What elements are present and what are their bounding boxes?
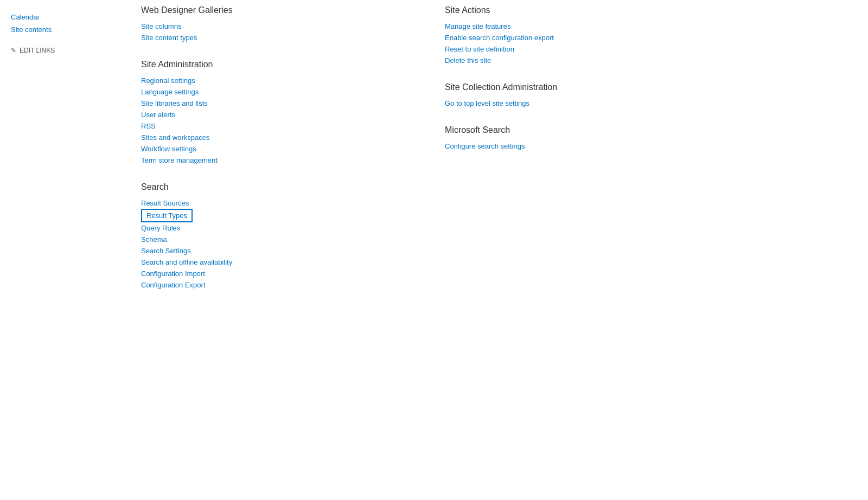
link-search-offline[interactable]: Search and offline availability <box>141 257 412 268</box>
left-column: Web Designer Galleries Site columns Site… <box>141 5 412 495</box>
link-site-libraries-lists[interactable]: Site libraries and lists <box>141 98 412 109</box>
section-search: Search Result Sources Result Types Query… <box>141 182 412 291</box>
link-user-alerts[interactable]: User alerts <box>141 109 412 120</box>
section-title-site-actions: Site Actions <box>445 5 846 15</box>
link-rss[interactable]: RSS <box>141 120 412 132</box>
link-term-store-management[interactable]: Term store management <box>141 155 412 166</box>
right-column: Site Actions Manage site features Enable… <box>445 5 846 495</box>
sidebar-item-site-contents[interactable]: Site contents <box>11 23 119 36</box>
link-result-types[interactable]: Result Types <box>141 209 193 222</box>
section-title-microsoft-search: Microsoft Search <box>445 125 846 135</box>
link-configuration-import[interactable]: Configuration Import <box>141 268 412 279</box>
section-site-collection-admin: Site Collection Administration Go to top… <box>445 82 846 109</box>
link-sites-workspaces[interactable]: Sites and workspaces <box>141 132 412 143</box>
sidebar-item-calendar[interactable]: Calendar <box>11 11 119 23</box>
link-schema[interactable]: Schema <box>141 234 412 245</box>
link-configuration-export[interactable]: Configuration Export <box>141 279 412 291</box>
edit-icon: ✎ <box>11 47 16 54</box>
section-title-web-designer: Web Designer Galleries <box>141 5 412 15</box>
link-result-sources[interactable]: Result Sources <box>141 197 412 209</box>
link-configure-search-settings[interactable]: Configure search settings <box>445 140 846 152</box>
link-regional-settings[interactable]: Regional settings <box>141 75 412 86</box>
main-content: Web Designer Galleries Site columns Site… <box>119 0 868 500</box>
section-site-actions: Site Actions Manage site features Enable… <box>445 5 846 66</box>
link-delete-site[interactable]: Delete this site <box>445 55 846 66</box>
link-site-content-types[interactable]: Site content types <box>141 32 412 43</box>
section-title-site-admin: Site Administration <box>141 60 412 69</box>
link-search-settings[interactable]: Search Settings <box>141 245 412 257</box>
link-manage-site-features[interactable]: Manage site features <box>445 21 846 32</box>
edit-links-label: EDIT LINKS <box>20 47 55 54</box>
section-microsoft-search: Microsoft Search Configure search settin… <box>445 125 846 152</box>
edit-links-button[interactable]: ✎ EDIT LINKS <box>11 47 119 54</box>
page-container: Calendar Site contents ✎ EDIT LINKS Web … <box>0 0 868 500</box>
link-query-rules[interactable]: Query Rules <box>141 222 412 234</box>
section-title-site-collection-admin: Site Collection Administration <box>445 82 846 92</box>
section-web-designer-galleries: Web Designer Galleries Site columns Site… <box>141 5 412 43</box>
link-top-level-site-settings[interactable]: Go to top level site settings <box>445 98 846 109</box>
link-reset-site-definition[interactable]: Reset to site definition <box>445 43 846 55</box>
link-enable-search-config-export[interactable]: Enable search configuration export <box>445 32 846 43</box>
section-title-search: Search <box>141 182 412 192</box>
link-site-columns[interactable]: Site columns <box>141 21 412 32</box>
section-site-administration: Site Administration Regional settings La… <box>141 60 412 166</box>
link-workflow-settings[interactable]: Workflow settings <box>141 143 412 155</box>
sidebar: Calendar Site contents ✎ EDIT LINKS <box>0 0 119 500</box>
link-language-settings[interactable]: Language settings <box>141 86 412 98</box>
